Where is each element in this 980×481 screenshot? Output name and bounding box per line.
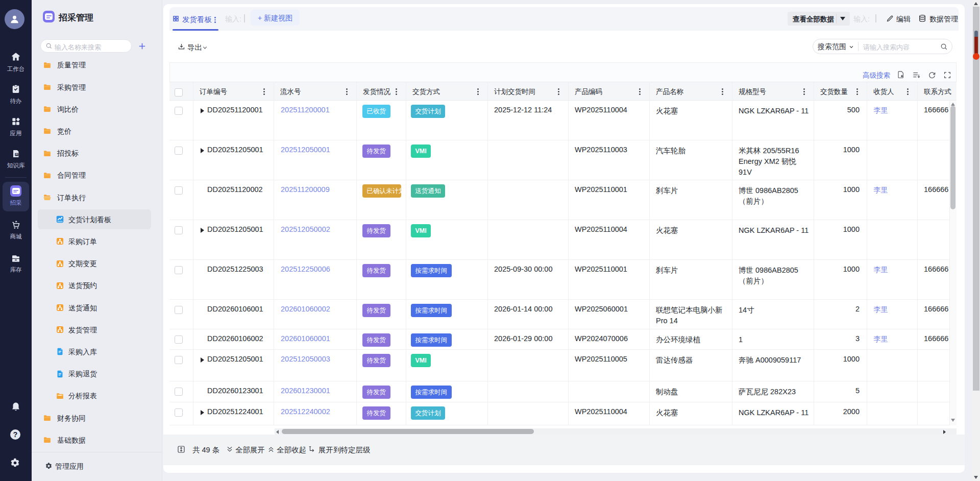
svg-text:AI: AI xyxy=(15,153,18,156)
svg-text:?: ? xyxy=(13,430,18,439)
